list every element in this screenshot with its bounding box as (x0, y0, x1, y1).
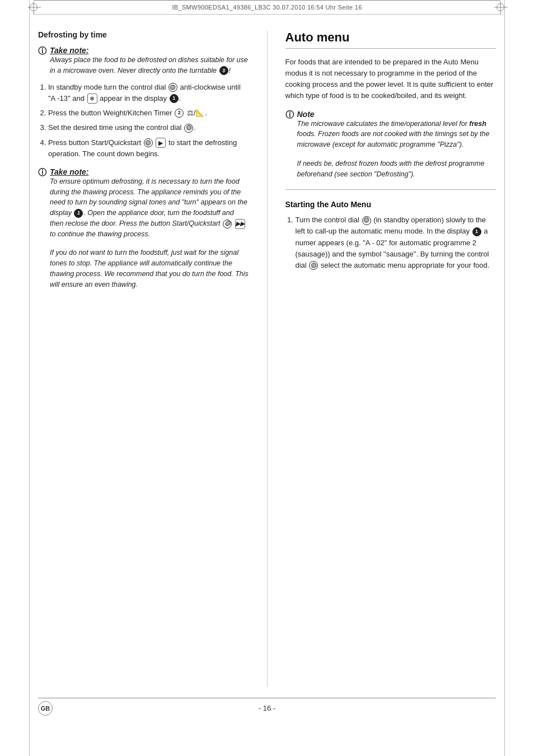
step-3: Set the desired time using the control d… (48, 122, 249, 133)
take-note-2-content: Take note: To ensure optimum defrosting,… (50, 167, 249, 290)
page-number: - 16 - (259, 704, 275, 712)
take-note-1-box: ⓘ Take note: Always place the food to be… (38, 46, 249, 76)
start-icon-1: 🔘 (144, 138, 153, 147)
left-column: Defrosting by time ⓘ Take note: Always p… (38, 30, 268, 687)
auto-menu-note-text1: The microwave calculates the time/operat… (297, 119, 496, 150)
info-icon-2: ⓘ (38, 167, 46, 178)
auto-control-dial-icon: 🔘 (362, 216, 371, 225)
step-4: Press button Start/Quickstart 🔘 ▶ to sta… (48, 137, 249, 160)
auto-menu-intro: For foods that are intended to be prepar… (285, 57, 496, 102)
take-note-2-title: Take note: (50, 167, 249, 176)
main-content: Defrosting by time ⓘ Take note: Always p… (0, 15, 534, 687)
header-bar: IB_SMW900EDSA1_49386_LB3C 30.07.2010 16:… (34, 0, 500, 15)
auto-menu-note-content: Note The microwave calculates the time/o… (297, 110, 496, 180)
defrost-steps-list: In standby mode turn the control dial 🔘 … (48, 82, 249, 160)
header-crosshair-right (496, 3, 504, 11)
turntable-icon: 3 (219, 66, 228, 75)
continue-wave-icon: ▶▶ (235, 219, 245, 229)
step-2: Press the button Weight/Kitchen Timer 2 … (48, 108, 249, 119)
info-icon-3: ⓘ (285, 110, 294, 120)
divider (285, 189, 496, 190)
start-wave-icon: ▶ (156, 138, 166, 148)
weight-timer-button-icon: 2 (175, 109, 184, 118)
snowflake-icon: ❄ (87, 94, 97, 104)
take-note-2-text2: If you do not want to turn the foodstuff… (50, 248, 249, 290)
auto-menu-note-text2: If needs be, defrost frozen foods with t… (297, 158, 496, 180)
defrost-by-time-title: Defrosting by time (38, 30, 249, 39)
display-icon-1: 1 (170, 94, 179, 103)
take-note-1-title: Take note: (50, 46, 249, 55)
page: IB_SMW900EDSA1_49386_LB3C 30.07.2010 16:… (0, 0, 534, 756)
country-badge: GB (38, 701, 53, 716)
auto-select-dial-icon: 🔘 (309, 261, 318, 270)
take-note-1-text: Always place the food to be defrosted on… (50, 55, 249, 76)
take-note-1-content: Take note: Always place the food to be d… (50, 46, 249, 76)
start-icon-2: 🔘 (223, 220, 232, 228)
control-dial-icon-2: 🔘 (184, 124, 193, 133)
footer: GB - 16 - (38, 698, 496, 718)
starting-auto-menu-title: Starting the Auto Menu (285, 200, 496, 209)
take-note-2-box: ⓘ Take note: To ensure optimum defrostin… (38, 167, 249, 290)
control-dial-icon-1: 🔘 (168, 83, 177, 92)
auto-menu-title: Auto menu (285, 30, 496, 49)
auto-menu-steps-list: Turn the control dial 🔘 (in standby oper… (296, 214, 496, 271)
display-icon-2: 1 (74, 209, 83, 218)
auto-menu-note-box: ⓘ Note The microwave calculates the time… (285, 110, 496, 180)
header-text: IB_SMW900EDSA1_49386_LB3C 30.07.2010 16:… (172, 4, 362, 11)
header-crosshair-left (30, 3, 38, 11)
auto-display-icon: 1 (472, 227, 481, 236)
auto-menu-note-title: Note (297, 110, 496, 119)
weight-icon: ⚖/📐 (187, 108, 205, 119)
right-column: Auto menu For foods that are intended to… (268, 30, 496, 687)
info-icon-1: ⓘ (38, 46, 46, 57)
auto-menu-step-1: Turn the control dial 🔘 (in standby oper… (296, 214, 496, 271)
take-note-2-text: To ensure optimum defrosting, it is nece… (50, 176, 249, 240)
step-1: In standby mode turn the control dial 🔘 … (48, 82, 249, 104)
